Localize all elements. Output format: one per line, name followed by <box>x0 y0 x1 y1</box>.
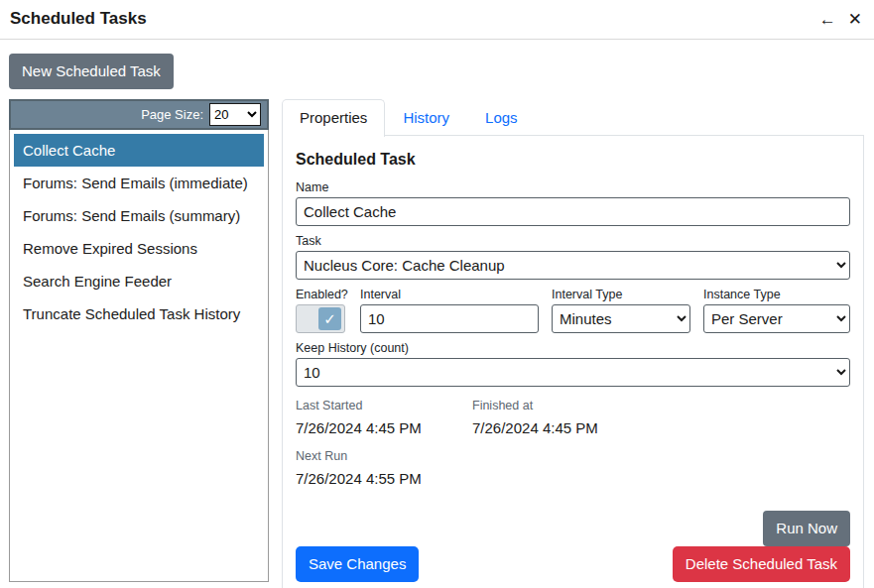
page-size-bar: Page Size: 20 <box>9 99 269 130</box>
toolbar: New Scheduled Task <box>0 40 874 99</box>
task-list-item[interactable]: Search Engine Feeder <box>14 265 264 297</box>
form-heading: Scheduled Task <box>296 151 850 169</box>
task-list-item[interactable]: Forums: Send Emails (summary) <box>14 199 264 232</box>
task-list: Collect Cache Forums: Send Emails (immed… <box>9 130 269 582</box>
tab-properties[interactable]: Properties <box>282 99 385 137</box>
dates-row: Last Started 7/26/2024 4:45 PM Finished … <box>296 399 850 436</box>
keep-history-label: Keep History (count) <box>296 341 850 355</box>
enabled-checkbox-wrap: ✓ <box>296 304 345 333</box>
finished-at-value: 7/26/2024 4:45 PM <box>472 419 649 436</box>
next-run-value: 7/26/2024 4:55 PM <box>296 470 850 487</box>
finished-at-label: Finished at <box>472 399 649 412</box>
delete-scheduled-task-button[interactable]: Delete Scheduled Task <box>673 546 850 582</box>
interval-type-label: Interval Type <box>552 288 690 301</box>
save-changes-button[interactable]: Save Changes <box>296 546 419 582</box>
keep-history-select[interactable]: 10 <box>296 358 850 387</box>
interval-row: Enabled? ✓ Interval Interval Type Minute… <box>296 280 850 333</box>
app-header: Scheduled Tasks ← ✕ <box>0 0 874 40</box>
last-started-label: Last Started <box>296 399 472 412</box>
task-select[interactable]: Nucleus Core: Cache Cleanup <box>296 251 850 280</box>
task-label: Task <box>296 234 850 248</box>
footer-actions: Save Changes Delete Scheduled Task <box>296 546 850 582</box>
name-label: Name <box>296 180 850 194</box>
tab-history[interactable]: History <box>385 99 467 136</box>
tab-logs[interactable]: Logs <box>467 99 536 136</box>
instance-type-label: Instance Type <box>703 288 850 301</box>
task-list-panel: Page Size: 20 Collect Cache Forums: Send… <box>9 99 269 582</box>
interval-type-select[interactable]: Minutes <box>552 304 690 333</box>
run-now-button[interactable]: Run Now <box>763 511 850 546</box>
enabled-checkbox[interactable]: ✓ <box>318 307 341 330</box>
close-icon[interactable]: ✕ <box>848 11 862 28</box>
interval-label: Interval <box>360 288 539 301</box>
name-input[interactable] <box>296 197 850 226</box>
task-list-item[interactable]: Truncate Scheduled Task History <box>14 297 264 330</box>
detail-panel: Properties History Logs Scheduled Task N… <box>282 99 864 582</box>
header-icons: ← ✕ <box>819 11 862 28</box>
last-started-value: 7/26/2024 4:45 PM <box>296 419 472 436</box>
task-list-item[interactable]: Forums: Send Emails (immediate) <box>14 167 264 199</box>
next-run-block: Next Run 7/26/2024 4:55 PM <box>296 449 850 487</box>
page-size-label: Page Size: <box>141 107 203 122</box>
run-now-row: Run Now <box>296 511 850 546</box>
page-title: Scheduled Tasks <box>10 9 147 29</box>
content: Page Size: 20 Collect Cache Forums: Send… <box>0 99 874 582</box>
tab-bar: Properties History Logs <box>282 99 864 136</box>
page-size-select[interactable]: 20 <box>209 103 261 126</box>
instance-type-select[interactable]: Per Server <box>703 304 850 333</box>
new-scheduled-task-button[interactable]: New Scheduled Task <box>9 54 174 89</box>
back-icon[interactable]: ← <box>819 11 836 28</box>
enabled-label: Enabled? <box>296 288 347 301</box>
next-run-label: Next Run <box>296 449 850 463</box>
task-list-item[interactable]: Remove Expired Sessions <box>14 232 264 265</box>
interval-input[interactable] <box>360 304 539 333</box>
properties-tab-content: Scheduled Task Name Task Nucleus Core: C… <box>282 135 864 588</box>
task-list-item[interactable]: Collect Cache <box>14 134 264 167</box>
